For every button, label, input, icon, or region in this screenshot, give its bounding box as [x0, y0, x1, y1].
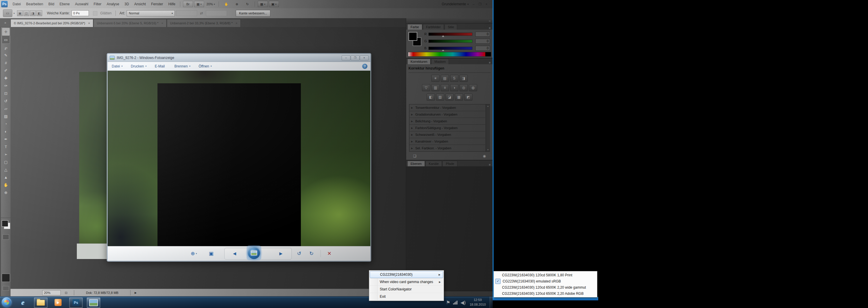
view-extras-button[interactable]: ▦ ▾ [194, 1, 204, 7]
taskbar-clock[interactable]: 12:59 18.08.2010 [467, 298, 489, 307]
profile-menu-item[interactable]: CG223W(21634030) 120cd 6500K 2,20 Adobe … [494, 290, 596, 297]
context-menu-item[interactable]: When video card gamma changes ▶ [370, 278, 443, 285]
toolbox-tool[interactable]: ◔ [2, 120, 10, 128]
panel-footer-icon[interactable]: ◉ [483, 154, 486, 158]
red-slider[interactable] [428, 33, 472, 36]
toolbox-tool[interactable]: ▱ [2, 105, 10, 112]
rotate-counterclockwise-button[interactable]: ↺ [294, 249, 304, 257]
menubar-item[interactable]: Bearbeiten [24, 0, 46, 8]
preset-group-row[interactable]: ▶ Tonwertkorrektur - Vorgaben [409, 104, 485, 111]
toolbox-tool[interactable]: ✐ [2, 67, 10, 74]
document-tab[interactable]: Unbenannt-2 bei 33,3% (Ebene 3, RGB/8) *… [167, 19, 241, 27]
toolbox-tool[interactable]: ⊡ [2, 89, 10, 97]
disclosure-triangle-icon[interactable]: ▶ [411, 147, 413, 150]
adjustment-icon[interactable]: ▩ [455, 94, 463, 101]
rotate-view-icon[interactable]: ↻ [243, 1, 252, 7]
toolbox-tool[interactable]: ▢ [2, 158, 10, 166]
viewer-menu-item[interactable]: Drucken▾ [127, 62, 151, 70]
screen-mode-toggle[interactable] [3, 286, 9, 291]
rotate-clockwise-button[interactable]: ↻ [306, 249, 316, 257]
actual-size-button[interactable]: ▣ [207, 249, 216, 257]
adjustment-icon[interactable]: ◑ [450, 84, 458, 91]
panel-menu-icon[interactable]: ≡ [487, 163, 493, 166]
close-tab-icon[interactable]: × [236, 22, 237, 25]
blue-value-field[interactable]: 0 [475, 46, 490, 51]
toolbox-tool[interactable]: ▨ [2, 112, 10, 120]
menubar-item[interactable]: Ansicht [132, 0, 148, 8]
close-button[interactable]: × [483, 2, 490, 6]
taskbar-explorer[interactable] [34, 298, 48, 308]
foreground-color-swatch[interactable] [408, 32, 417, 41]
toolbox-tool[interactable]: ✎ [2, 51, 10, 59]
disclosure-triangle-icon[interactable]: ▶ [411, 113, 413, 116]
maximize-button[interactable]: ❐ [351, 56, 360, 60]
menubar-item[interactable]: Ebene [57, 0, 72, 8]
adjustment-icon[interactable]: ▽ [422, 84, 430, 91]
panel-tab[interactable]: Pfade [442, 161, 458, 166]
menubar-item[interactable]: Fenster [148, 0, 166, 8]
antialias-checkbox[interactable] [93, 11, 97, 16]
selection-mode-button[interactable]: ▣ [17, 10, 23, 16]
toolbox-tool[interactable]: ✑ [2, 82, 10, 89]
color-ramp[interactable] [408, 52, 491, 57]
green-value-field[interactable]: 0 [475, 39, 490, 44]
context-menu-item[interactable]: Start ColorNavigator [370, 285, 443, 293]
disclosure-triangle-icon[interactable]: ▶ [411, 120, 413, 123]
selection-mode-button[interactable]: ◨ [30, 10, 36, 16]
panel-tab[interactable]: Masken [431, 59, 449, 64]
scroll-up-icon[interactable]: ▲ [487, 105, 489, 107]
toolbox-tool[interactable]: ⊕ [2, 189, 10, 196]
photoshop-logo-icon[interactable]: Ps [1, 1, 8, 7]
preset-group-row[interactable]: ▶ Kanalmixer - Vorgaben [409, 138, 485, 145]
adjustment-icon[interactable]: ▥ [431, 84, 440, 91]
close-tab-icon[interactable]: × [88, 22, 90, 25]
preset-group-row[interactable]: ▶ Gradationskurven - Vorgaben [409, 111, 485, 118]
menubar-item[interactable]: Auswahl [72, 0, 91, 8]
toolbox-tool[interactable]: ▭ [2, 35, 10, 44]
refine-edge-button[interactable]: Kante verbessern... [236, 10, 270, 17]
adjustment-icon[interactable]: ◎ [460, 84, 468, 91]
foreground-color-swatch[interactable] [2, 220, 8, 227]
taskbar-internet-explorer[interactable]: e [17, 298, 29, 307]
viewer-menu-item[interactable]: Datei▾ [107, 62, 127, 70]
profile-menu-item[interactable]: CG223W(21634030) 120cd 6500K 2,20 wide g… [494, 284, 596, 290]
toolbox-tool[interactable]: △ [2, 166, 10, 173]
next-button[interactable]: ▶ [274, 249, 288, 257]
menubar-item[interactable]: Analyse [104, 0, 122, 8]
toolbox-tool[interactable]: # [2, 59, 10, 67]
menubar-item[interactable]: 3D [122, 0, 132, 8]
selection-mode-button[interactable]: ◫ [24, 10, 29, 16]
viewer-menu-item[interactable]: Öffnen▾ [194, 62, 216, 70]
toolbox-tool[interactable]: ▲ [2, 173, 10, 181]
zoom-tool-icon[interactable]: ⊕ [232, 1, 242, 7]
close-button[interactable]: × [360, 56, 369, 60]
adjustment-icon[interactable]: ◧ [427, 94, 435, 101]
red-value-field[interactable]: 0 [475, 32, 490, 37]
minimize-button[interactable]: – [470, 2, 477, 6]
status-arrow-icon[interactable]: ▶ [134, 291, 137, 294]
panel-tab[interactable]: Kanäle [426, 161, 442, 166]
network-icon[interactable] [453, 300, 458, 305]
scroll-down-icon[interactable]: ▼ [487, 149, 489, 151]
toolbox-tool[interactable]: ℘ [2, 44, 10, 51]
adjustment-icon[interactable]: ▤ [441, 75, 449, 82]
toolbox-tool[interactable]: ➣ [2, 151, 10, 158]
viewer-menu-item[interactable]: E-Mail [151, 62, 170, 70]
disclosure-triangle-icon[interactable]: ▶ [411, 127, 413, 129]
help-button[interactable]: ? [362, 64, 367, 69]
toolbox-tool[interactable]: ✒ [2, 135, 10, 143]
toolbox-tool[interactable]: ↺ [2, 97, 10, 105]
current-tool-icon[interactable]: ▭ [3, 9, 12, 17]
adjustment-icon[interactable]: ◨ [460, 75, 468, 82]
taskbar-photoshop[interactable]: Ps [69, 298, 83, 308]
document-tab[interactable]: © IMG_9276-2-Bearbeitet.psd bei 20% (RGB… [10, 19, 93, 27]
toolbox-tool[interactable]: T [2, 143, 10, 151]
action-center-icon[interactable]: ⚑ [446, 300, 450, 305]
previous-button[interactable]: ◀ [227, 249, 242, 257]
adjustment-icon[interactable]: ◪ [445, 94, 454, 101]
toolbox-tool[interactable]: ◐ [2, 128, 10, 135]
preset-group-row[interactable]: ▶ Schwarzweiß - Vorgaben [409, 131, 485, 138]
panel-tab[interactable]: Farbe [407, 24, 422, 30]
hand-tool-icon[interactable]: ✋ [222, 1, 231, 7]
viewer-menu-item[interactable]: Brennen▾ [170, 62, 194, 70]
